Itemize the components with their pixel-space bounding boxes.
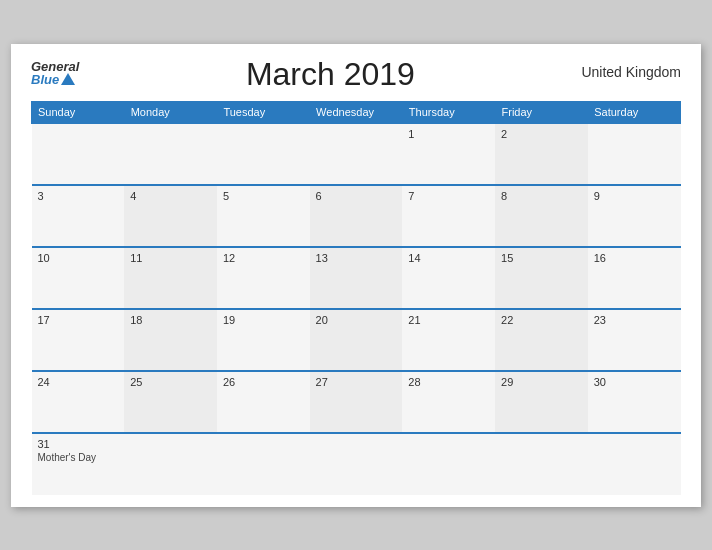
day-number: 17 [38,314,119,326]
logo-general-text: General [31,60,79,73]
header-saturday: Saturday [588,101,681,123]
calendar-cell: 14 [402,247,495,309]
calendar-cell [217,123,310,185]
day-number: 18 [130,314,211,326]
calendar-week-row: 12 [32,123,681,185]
header-sunday: Sunday [32,101,125,123]
calendar-container: General Blue March 2019 United Kingdom S… [11,44,701,507]
header-thursday: Thursday [402,101,495,123]
calendar-cell: 24 [32,371,125,433]
day-number: 27 [316,376,397,388]
event-label: Mother's Day [38,452,119,463]
day-number: 2 [501,128,582,140]
calendar-cell: 21 [402,309,495,371]
calendar-cell: 29 [495,371,588,433]
day-number: 10 [38,252,119,264]
day-number: 7 [408,190,489,202]
calendar-cell: 7 [402,185,495,247]
calendar-cell: 13 [310,247,403,309]
calendar-cell: 8 [495,185,588,247]
day-number: 4 [130,190,211,202]
calendar-cell: 10 [32,247,125,309]
day-number: 3 [38,190,119,202]
calendar-cell [310,123,403,185]
calendar-cell: 20 [310,309,403,371]
day-number: 31 [38,438,119,450]
calendar-cell: 1 [402,123,495,185]
logo-blue-text: Blue [31,73,59,86]
calendar-title: March 2019 [79,56,581,93]
calendar-cell: 30 [588,371,681,433]
header-tuesday: Tuesday [217,101,310,123]
calendar-cell [32,123,125,185]
calendar-cell [217,433,310,495]
calendar-cell: 25 [124,371,217,433]
calendar-cell [124,433,217,495]
calendar-cell: 26 [217,371,310,433]
calendar-cell: 31Mother's Day [32,433,125,495]
calendar-cell: 16 [588,247,681,309]
day-number: 25 [130,376,211,388]
header-wednesday: Wednesday [310,101,403,123]
day-number: 5 [223,190,304,202]
calendar-cell: 4 [124,185,217,247]
logo-triangle-icon [61,73,75,85]
calendar-cell: 11 [124,247,217,309]
day-number: 21 [408,314,489,326]
calendar-cell [588,433,681,495]
logo: General Blue [31,60,79,86]
calendar-cell: 17 [32,309,125,371]
day-number: 23 [594,314,675,326]
day-number: 16 [594,252,675,264]
calendar-cell [588,123,681,185]
day-number: 26 [223,376,304,388]
day-number: 22 [501,314,582,326]
calendar-cell [310,433,403,495]
header-friday: Friday [495,101,588,123]
day-number: 9 [594,190,675,202]
calendar-cell: 23 [588,309,681,371]
calendar-cell [495,433,588,495]
day-number: 14 [408,252,489,264]
calendar-cell: 3 [32,185,125,247]
calendar-cell: 9 [588,185,681,247]
header-monday: Monday [124,101,217,123]
day-number: 11 [130,252,211,264]
day-number: 8 [501,190,582,202]
calendar-cell: 18 [124,309,217,371]
calendar-cell: 5 [217,185,310,247]
calendar-table: Sunday Monday Tuesday Wednesday Thursday… [31,101,681,495]
calendar-header: General Blue March 2019 United Kingdom [31,60,681,93]
day-number: 6 [316,190,397,202]
calendar-cell: 19 [217,309,310,371]
calendar-cell: 2 [495,123,588,185]
day-number: 1 [408,128,489,140]
day-number: 19 [223,314,304,326]
calendar-week-row: 31Mother's Day [32,433,681,495]
calendar-cell: 28 [402,371,495,433]
calendar-cell: 27 [310,371,403,433]
calendar-cell [124,123,217,185]
weekday-header-row: Sunday Monday Tuesday Wednesday Thursday… [32,101,681,123]
calendar-cell: 6 [310,185,403,247]
day-number: 28 [408,376,489,388]
day-number: 20 [316,314,397,326]
day-number: 30 [594,376,675,388]
day-number: 24 [38,376,119,388]
calendar-cell [402,433,495,495]
day-number: 12 [223,252,304,264]
calendar-week-row: 17181920212223 [32,309,681,371]
calendar-week-row: 10111213141516 [32,247,681,309]
calendar-week-row: 3456789 [32,185,681,247]
day-number: 15 [501,252,582,264]
day-number: 29 [501,376,582,388]
day-number: 13 [316,252,397,264]
calendar-cell: 22 [495,309,588,371]
calendar-cell: 15 [495,247,588,309]
calendar-week-row: 24252627282930 [32,371,681,433]
calendar-cell: 12 [217,247,310,309]
region-label: United Kingdom [581,64,681,80]
